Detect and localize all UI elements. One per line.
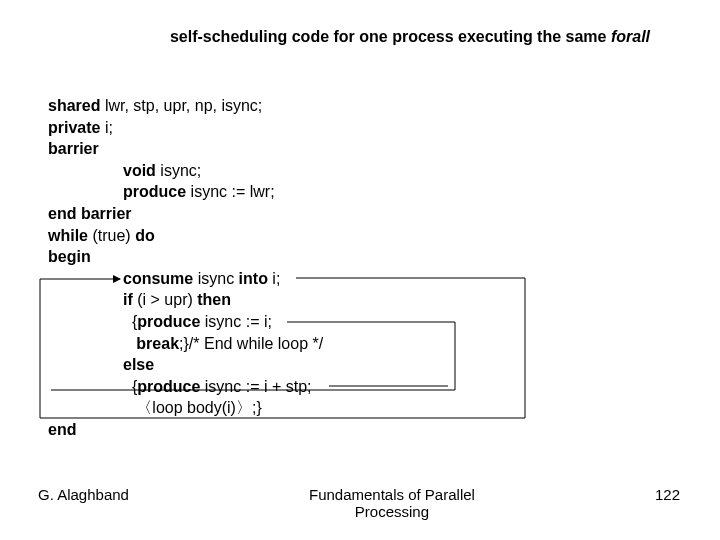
footer-title: Fundamentals of Parallel Processing	[129, 486, 655, 520]
code-line: void isync;	[48, 160, 323, 182]
code-line: consume isync into i;	[48, 268, 323, 290]
title-emphasis: forall	[611, 28, 650, 45]
code-line: end barrier	[48, 203, 323, 225]
footer-page-number: 122	[655, 486, 680, 503]
code-block: shared lwr, stp, upr, np, isync; private…	[48, 95, 323, 441]
code-line: begin	[48, 246, 323, 268]
code-line: 〈loop body(i)〉;}	[48, 397, 323, 419]
code-line: else	[48, 354, 323, 376]
slide-title: self-scheduling code for one process exe…	[0, 28, 720, 46]
code-line: if (i > upr) then	[48, 289, 323, 311]
title-text: self-scheduling code for one process exe…	[170, 28, 611, 45]
code-line: {produce isync := i;	[48, 311, 323, 333]
code-line: barrier	[48, 138, 323, 160]
code-line: while (true) do	[48, 225, 323, 247]
footer-author: G. Alaghband	[38, 486, 129, 503]
code-line: shared lwr, stp, upr, np, isync;	[48, 95, 323, 117]
code-line: {produce isync := i + stp;	[48, 376, 323, 398]
code-line: produce isync := lwr;	[48, 181, 323, 203]
code-line: break;}/* End while loop */	[48, 333, 323, 355]
code-line: private i;	[48, 117, 323, 139]
footer: G. Alaghband Fundamentals of Parallel Pr…	[0, 486, 720, 520]
code-line: end	[48, 419, 323, 441]
